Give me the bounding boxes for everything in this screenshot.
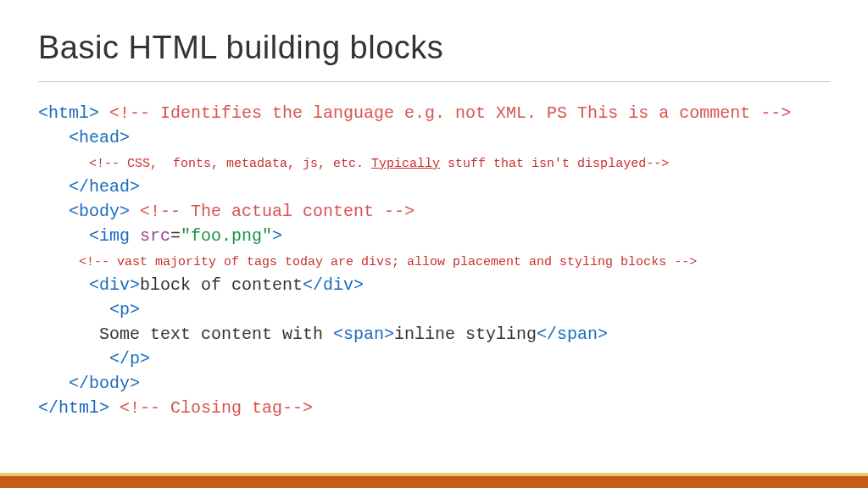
comment-divs: <!-- vast majority of tags today are div… — [79, 255, 697, 269]
tag-span-close: </span> — [537, 324, 608, 344]
attr-eq: = — [170, 226, 181, 246]
comment-language: <!-- Identifies the language e.g. not XM… — [109, 103, 791, 123]
tag-html-close: </html> — [38, 398, 109, 418]
tag-span-open: <span> — [333, 324, 394, 344]
tag-head-close: </head> — [69, 177, 140, 197]
title-divider — [38, 81, 830, 82]
tag-p-open: <p> — [109, 300, 140, 319]
text-div-content: block of content — [140, 275, 303, 295]
tag-html-open: <html> — [38, 103, 99, 123]
footer-bar — [0, 476, 868, 488]
tag-head-open: <head> — [69, 128, 130, 147]
comment-head-underline: Typically — [371, 157, 440, 171]
attr-src: src — [140, 226, 170, 246]
tag-div-open: <div> — [89, 275, 140, 295]
tag-body-open: <body> — [69, 202, 130, 221]
slide-title: Basic HTML building blocks — [38, 30, 830, 66]
text-paragraph-pre: Some text content with — [99, 324, 333, 344]
tag-p-close: </p> — [109, 349, 150, 369]
tag-img-open: <img — [89, 226, 140, 246]
text-span-content: inline styling — [394, 324, 537, 344]
comment-head-contents: <!-- CSS, fonts, metadata, js, etc. Typi… — [89, 157, 669, 171]
tag-body-close: </body> — [69, 374, 140, 393]
comment-body: <!-- The actual content --> — [140, 202, 415, 221]
comment-head-post: stuff that isn't displayed--> — [440, 157, 669, 171]
comment-head-pre: <!-- CSS, fonts, metadata, js, etc. — [89, 157, 371, 171]
attr-val: "foo.png" — [181, 226, 272, 246]
comment-closing: <!-- Closing tag--> — [120, 398, 313, 418]
slide: Basic HTML building blocks <html> <!-- I… — [0, 0, 868, 488]
tag-div-close: </div> — [303, 275, 364, 295]
code-block: <html> <!-- Identifies the language e.g.… — [38, 101, 830, 420]
tag-img-close: > — [272, 226, 282, 246]
